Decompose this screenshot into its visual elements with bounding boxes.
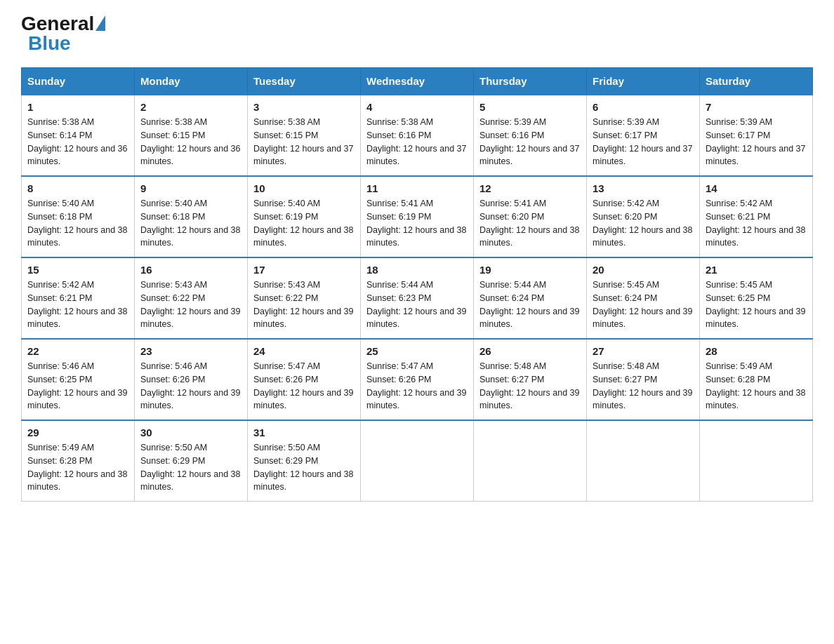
calendar-cell: 4 Sunrise: 5:38 AM Sunset: 6:16 PM Dayli… bbox=[361, 95, 474, 176]
calendar-body: 1 Sunrise: 5:38 AM Sunset: 6:14 PM Dayli… bbox=[22, 95, 813, 502]
calendar-week-1: 1 Sunrise: 5:38 AM Sunset: 6:14 PM Dayli… bbox=[22, 95, 813, 176]
header-row: SundayMondayTuesdayWednesdayThursdayFrid… bbox=[22, 68, 813, 95]
logo: General Blue bbox=[21, 14, 105, 53]
day-number: 4 bbox=[366, 101, 468, 113]
day-number: 1 bbox=[27, 101, 128, 113]
column-header-friday: Friday bbox=[587, 68, 700, 95]
day-number: 9 bbox=[140, 182, 241, 194]
day-number: 23 bbox=[140, 345, 241, 357]
calendar-cell: 29 Sunrise: 5:49 AM Sunset: 6:28 PM Dayl… bbox=[22, 420, 135, 502]
day-number: 19 bbox=[479, 264, 581, 276]
calendar-cell: 5 Sunrise: 5:39 AM Sunset: 6:16 PM Dayli… bbox=[474, 95, 587, 176]
calendar-cell bbox=[361, 420, 474, 502]
calendar-cell: 21 Sunrise: 5:45 AM Sunset: 6:25 PM Dayl… bbox=[700, 257, 813, 339]
day-number: 10 bbox=[253, 182, 355, 194]
calendar-header: SundayMondayTuesdayWednesdayThursdayFrid… bbox=[22, 68, 813, 95]
calendar-cell: 17 Sunrise: 5:43 AM Sunset: 6:22 PM Dayl… bbox=[248, 257, 361, 339]
calendar-cell: 20 Sunrise: 5:45 AM Sunset: 6:24 PM Dayl… bbox=[587, 257, 700, 339]
calendar-cell: 13 Sunrise: 5:42 AM Sunset: 6:20 PM Dayl… bbox=[587, 176, 700, 257]
day-info: Sunrise: 5:47 AM Sunset: 6:26 PM Dayligh… bbox=[253, 360, 355, 412]
day-info: Sunrise: 5:38 AM Sunset: 6:15 PM Dayligh… bbox=[253, 116, 355, 168]
day-number: 6 bbox=[593, 101, 694, 113]
calendar-cell: 14 Sunrise: 5:42 AM Sunset: 6:21 PM Dayl… bbox=[700, 176, 813, 257]
day-number: 31 bbox=[253, 427, 355, 438]
day-number: 27 bbox=[593, 345, 694, 357]
column-header-thursday: Thursday bbox=[474, 68, 587, 95]
logo-general-text: General bbox=[21, 14, 94, 34]
calendar-cell: 25 Sunrise: 5:47 AM Sunset: 6:26 PM Dayl… bbox=[361, 339, 474, 420]
day-number: 28 bbox=[706, 345, 807, 357]
calendar-cell: 10 Sunrise: 5:40 AM Sunset: 6:19 PM Dayl… bbox=[248, 176, 361, 257]
calendar-cell bbox=[474, 420, 587, 502]
day-info: Sunrise: 5:38 AM Sunset: 6:16 PM Dayligh… bbox=[366, 116, 468, 168]
day-info: Sunrise: 5:50 AM Sunset: 6:29 PM Dayligh… bbox=[253, 441, 355, 494]
column-header-saturday: Saturday bbox=[700, 68, 813, 95]
day-info: Sunrise: 5:47 AM Sunset: 6:26 PM Dayligh… bbox=[366, 360, 468, 412]
day-number: 24 bbox=[253, 345, 355, 357]
day-info: Sunrise: 5:41 AM Sunset: 6:19 PM Dayligh… bbox=[366, 197, 468, 250]
calendar-cell: 30 Sunrise: 5:50 AM Sunset: 6:29 PM Dayl… bbox=[135, 420, 248, 502]
day-number: 3 bbox=[253, 101, 355, 113]
day-info: Sunrise: 5:49 AM Sunset: 6:28 PM Dayligh… bbox=[706, 360, 807, 412]
day-info: Sunrise: 5:39 AM Sunset: 6:17 PM Dayligh… bbox=[593, 116, 694, 168]
day-info: Sunrise: 5:48 AM Sunset: 6:27 PM Dayligh… bbox=[593, 360, 694, 412]
day-number: 29 bbox=[27, 427, 128, 438]
day-info: Sunrise: 5:39 AM Sunset: 6:16 PM Dayligh… bbox=[479, 116, 581, 168]
day-number: 22 bbox=[27, 345, 128, 357]
calendar-cell bbox=[700, 420, 813, 502]
day-info: Sunrise: 5:45 AM Sunset: 6:24 PM Dayligh… bbox=[593, 279, 694, 331]
day-info: Sunrise: 5:42 AM Sunset: 6:21 PM Dayligh… bbox=[706, 197, 807, 250]
day-info: Sunrise: 5:46 AM Sunset: 6:26 PM Dayligh… bbox=[140, 360, 241, 412]
day-number: 15 bbox=[27, 264, 128, 276]
calendar-cell: 1 Sunrise: 5:38 AM Sunset: 6:14 PM Dayli… bbox=[22, 95, 135, 176]
day-number: 20 bbox=[593, 264, 694, 276]
day-info: Sunrise: 5:40 AM Sunset: 6:19 PM Dayligh… bbox=[253, 197, 355, 250]
day-info: Sunrise: 5:46 AM Sunset: 6:25 PM Dayligh… bbox=[27, 360, 128, 412]
day-number: 5 bbox=[479, 101, 581, 113]
day-number: 30 bbox=[140, 427, 241, 438]
day-number: 26 bbox=[479, 345, 581, 357]
day-info: Sunrise: 5:45 AM Sunset: 6:25 PM Dayligh… bbox=[706, 279, 807, 331]
column-header-monday: Monday bbox=[135, 68, 248, 95]
day-number: 12 bbox=[479, 182, 581, 194]
calendar-cell: 11 Sunrise: 5:41 AM Sunset: 6:19 PM Dayl… bbox=[361, 176, 474, 257]
column-header-sunday: Sunday bbox=[22, 68, 135, 95]
day-info: Sunrise: 5:38 AM Sunset: 6:15 PM Dayligh… bbox=[140, 116, 241, 168]
day-info: Sunrise: 5:39 AM Sunset: 6:17 PM Dayligh… bbox=[706, 116, 807, 168]
day-info: Sunrise: 5:43 AM Sunset: 6:22 PM Dayligh… bbox=[253, 279, 355, 331]
day-number: 21 bbox=[706, 264, 807, 276]
calendar-cell: 7 Sunrise: 5:39 AM Sunset: 6:17 PM Dayli… bbox=[700, 95, 813, 176]
calendar-cell: 28 Sunrise: 5:49 AM Sunset: 6:28 PM Dayl… bbox=[700, 339, 813, 420]
day-info: Sunrise: 5:43 AM Sunset: 6:22 PM Dayligh… bbox=[140, 279, 241, 331]
day-number: 13 bbox=[593, 182, 694, 194]
calendar-cell: 18 Sunrise: 5:44 AM Sunset: 6:23 PM Dayl… bbox=[361, 257, 474, 339]
day-number: 17 bbox=[253, 264, 355, 276]
calendar-cell: 22 Sunrise: 5:46 AM Sunset: 6:25 PM Dayl… bbox=[22, 339, 135, 420]
day-info: Sunrise: 5:40 AM Sunset: 6:18 PM Dayligh… bbox=[27, 197, 128, 250]
logo-blue-text: Blue bbox=[28, 34, 71, 53]
column-header-wednesday: Wednesday bbox=[361, 68, 474, 95]
calendar-cell: 15 Sunrise: 5:42 AM Sunset: 6:21 PM Dayl… bbox=[22, 257, 135, 339]
day-info: Sunrise: 5:48 AM Sunset: 6:27 PM Dayligh… bbox=[479, 360, 581, 412]
day-number: 11 bbox=[366, 182, 468, 194]
day-number: 18 bbox=[366, 264, 468, 276]
day-number: 14 bbox=[706, 182, 807, 194]
calendar-week-3: 15 Sunrise: 5:42 AM Sunset: 6:21 PM Dayl… bbox=[22, 257, 813, 339]
calendar-cell: 27 Sunrise: 5:48 AM Sunset: 6:27 PM Dayl… bbox=[587, 339, 700, 420]
calendar-cell: 9 Sunrise: 5:40 AM Sunset: 6:18 PM Dayli… bbox=[135, 176, 248, 257]
day-info: Sunrise: 5:38 AM Sunset: 6:14 PM Dayligh… bbox=[27, 116, 128, 168]
calendar-cell: 12 Sunrise: 5:41 AM Sunset: 6:20 PM Dayl… bbox=[474, 176, 587, 257]
day-info: Sunrise: 5:50 AM Sunset: 6:29 PM Dayligh… bbox=[140, 441, 241, 494]
day-number: 25 bbox=[366, 345, 468, 357]
day-number: 8 bbox=[27, 182, 128, 194]
day-info: Sunrise: 5:44 AM Sunset: 6:23 PM Dayligh… bbox=[366, 279, 468, 331]
calendar-week-5: 29 Sunrise: 5:49 AM Sunset: 6:28 PM Dayl… bbox=[22, 420, 813, 502]
calendar-cell: 26 Sunrise: 5:48 AM Sunset: 6:27 PM Dayl… bbox=[474, 339, 587, 420]
calendar-cell: 31 Sunrise: 5:50 AM Sunset: 6:29 PM Dayl… bbox=[248, 420, 361, 502]
calendar-cell: 6 Sunrise: 5:39 AM Sunset: 6:17 PM Dayli… bbox=[587, 95, 700, 176]
calendar-cell: 2 Sunrise: 5:38 AM Sunset: 6:15 PM Dayli… bbox=[135, 95, 248, 176]
day-number: 7 bbox=[706, 101, 807, 113]
calendar-table: SundayMondayTuesdayWednesdayThursdayFrid… bbox=[21, 67, 813, 502]
calendar-cell: 16 Sunrise: 5:43 AM Sunset: 6:22 PM Dayl… bbox=[135, 257, 248, 339]
calendar-week-4: 22 Sunrise: 5:46 AM Sunset: 6:25 PM Dayl… bbox=[22, 339, 813, 420]
